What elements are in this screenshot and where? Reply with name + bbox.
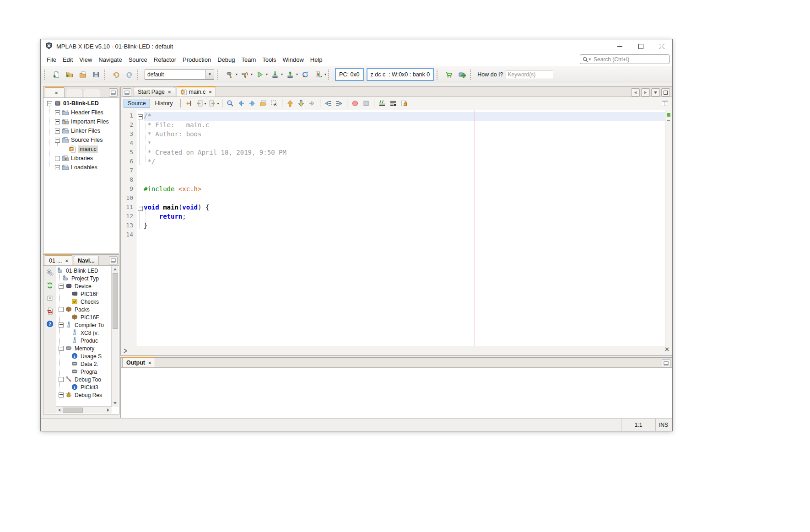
collapse-icon[interactable] [59, 377, 64, 382]
help-button[interactable]: ? [45, 319, 54, 328]
run-button[interactable] [253, 68, 266, 81]
uncomment-button[interactable] [388, 98, 399, 109]
collapse-icon[interactable] [47, 101, 52, 106]
tab-start-page[interactable]: Start Page× [134, 87, 175, 97]
error-stripe[interactable] [665, 110, 672, 346]
collapse-icon[interactable] [59, 392, 64, 398]
code-editor[interactable]: 1 2 3 4 5 6 7 8 9 10 11 12 13 14 [120, 110, 672, 346]
tab-main-c[interactable]: C main.c× [177, 86, 216, 97]
forward-button[interactable] [207, 98, 218, 109]
menu-edit[interactable]: Edit [59, 54, 76, 65]
stop-macro-recording-button[interactable] [361, 98, 372, 109]
line-number-gutter[interactable]: 1 2 3 4 5 6 7 8 9 10 11 12 13 14 [121, 110, 136, 346]
read-device-button[interactable] [283, 68, 297, 81]
shift-left-button[interactable] [323, 98, 334, 109]
dash-row-compiler[interactable]: Compiler To [59, 321, 104, 329]
next-occurrence-button[interactable] [247, 98, 258, 109]
menu-debug[interactable]: Debug [214, 54, 238, 65]
dash-row-usage[interactable]: iUsage S [71, 352, 102, 360]
menu-production[interactable]: Production [179, 54, 214, 65]
tree-row-main-c[interactable]: C main.c [69, 145, 98, 154]
menu-tools[interactable]: Tools [259, 54, 279, 65]
scroll-left-icon[interactable] [56, 407, 63, 414]
clean-build-dropdown-icon[interactable]: ▾ [251, 72, 253, 76]
menu-file[interactable]: File [43, 54, 59, 65]
configuration-select[interactable]: default ▼ [145, 70, 214, 80]
expand-icon[interactable] [55, 129, 60, 134]
chevron-down-icon[interactable]: ▼ [205, 70, 214, 79]
dash-row-pickit[interactable]: iPICkit3 [71, 383, 98, 391]
collapse-icon[interactable] [59, 307, 64, 312]
dashboard-horizontal-scrollbar[interactable] [56, 406, 112, 414]
dash-row-root[interactable]: 01-Blink-LED [57, 267, 98, 274]
dash-row-checksum[interactable]: Checks [71, 298, 99, 306]
build-button[interactable] [223, 68, 236, 81]
maximize-button[interactable] [630, 39, 651, 53]
toggle-header-source-button[interactable]: hc [399, 98, 410, 109]
dash-row-xc8[interactable]: XC8 (v: [71, 329, 99, 337]
scroll-up-icon[interactable] [112, 266, 119, 273]
minimize-button[interactable] [609, 39, 630, 53]
programmer-status-button[interactable] [312, 68, 325, 81]
rectangular-selection-button[interactable] [269, 98, 280, 109]
search-input[interactable] [593, 56, 669, 63]
scrollbar-thumb[interactable] [63, 408, 83, 413]
program-device-dropdown-icon[interactable]: ▾ [281, 72, 283, 76]
title-bar[interactable]: MPLAB X IDE v5.10 - 01-Blink-LED : defau… [41, 39, 672, 53]
close-icon[interactable]: × [65, 258, 68, 263]
undo-button[interactable] [109, 68, 123, 81]
scrollbar-thumb[interactable] [113, 273, 118, 329]
close-icon[interactable]: × [209, 89, 211, 95]
collapse-icon[interactable] [59, 322, 64, 328]
run-dropdown-icon[interactable]: ▾ [266, 72, 268, 76]
scroll-tabs-left-icon[interactable] [631, 88, 640, 97]
scroll-tabs-right-icon[interactable] [641, 88, 650, 97]
dash-row-project-type[interactable]: Project Typ [62, 274, 99, 282]
how-do-i-input[interactable] [506, 70, 553, 79]
programmer-status-dropdown-icon[interactable]: ▾ [324, 72, 326, 76]
new-file-button[interactable] [49, 68, 63, 81]
start-macro-recording-button[interactable] [350, 98, 361, 109]
dash-row-debug-tool[interactable]: Debug Too [59, 376, 101, 383]
comment-button[interactable] [377, 98, 388, 109]
minimize-panel-icon[interactable] [109, 88, 118, 97]
navigator-tab[interactable]: Navi... [74, 256, 99, 265]
maximize-editor-icon[interactable] [661, 88, 670, 97]
back-button[interactable] [194, 98, 205, 109]
dash-row-memory[interactable]: Memory [59, 344, 94, 352]
toggle-highlight-button[interactable] [258, 98, 269, 109]
no-errors-badge[interactable] [667, 113, 670, 117]
redo-button[interactable] [123, 68, 136, 81]
minimize-panel-icon[interactable] [662, 359, 670, 367]
forward-dropdown-icon[interactable]: ▾ [217, 102, 219, 106]
dash-row-packs[interactable]: Packs [59, 306, 90, 313]
search-scope-dropdown-icon[interactable]: ▾ [589, 57, 591, 61]
tree-row-project-root[interactable]: 01-Blink-LED [47, 99, 99, 108]
projects-tab[interactable]: × [45, 87, 65, 97]
menu-source[interactable]: Source [125, 54, 151, 65]
dash-row-production[interactable]: Produc [71, 337, 98, 344]
dashboard-tree[interactable]: 01-Blink-LED Project Typ Device PIC16F C… [56, 266, 112, 407]
split-document-button[interactable] [659, 98, 670, 109]
tree-row-header-files[interactable]: Header Files [55, 108, 103, 117]
tab-list-dropdown-icon[interactable] [651, 88, 660, 97]
tree-row-important-files[interactable]: Important Files [55, 117, 109, 126]
close-icon[interactable]: × [148, 360, 151, 365]
expand-icon[interactable] [55, 110, 60, 115]
scroll-down-icon[interactable] [112, 400, 119, 407]
new-project-button[interactable] [63, 68, 76, 81]
clean-build-button[interactable] [238, 68, 251, 81]
next-bookmark-button[interactable] [296, 98, 307, 109]
shift-right-button[interactable] [334, 98, 345, 109]
dash-row-program[interactable]: Progra [71, 368, 97, 376]
dash-row-debug-resources[interactable]: Debug Res [59, 391, 102, 399]
hold-in-reset-button[interactable] [298, 68, 312, 81]
expand-icon[interactable] [55, 119, 60, 124]
web-store-button[interactable] [455, 68, 469, 81]
insert-mode-indicator[interactable]: INS [655, 419, 671, 431]
fold-collapse-icon[interactable] [138, 206, 143, 211]
output-content[interactable] [120, 368, 672, 419]
view-history-button[interactable]: History [151, 99, 177, 108]
fold-collapse-icon[interactable] [138, 114, 143, 119]
open-project-button[interactable] [76, 68, 89, 81]
